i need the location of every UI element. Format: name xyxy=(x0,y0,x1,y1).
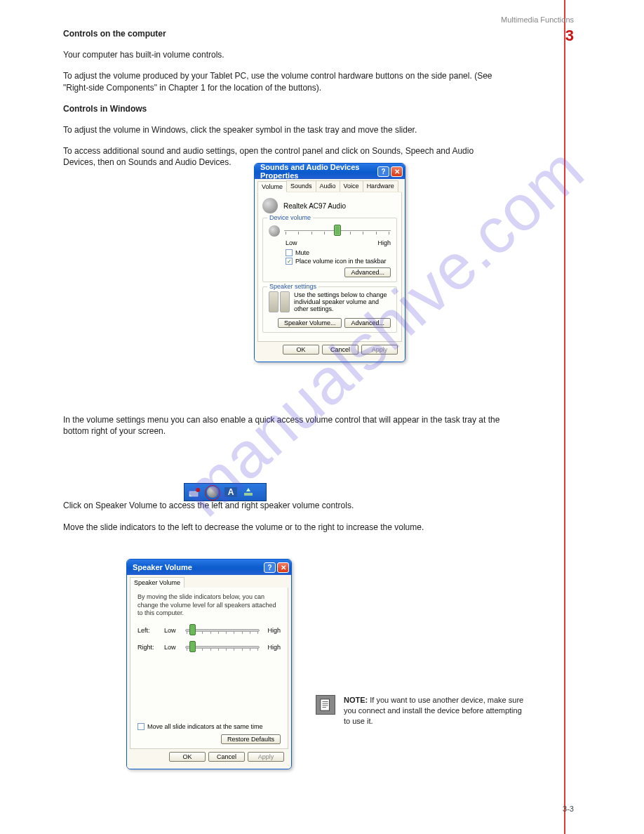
controls-in-windows-heading: Controls in Windows xyxy=(63,103,505,114)
tab-volume[interactable]: Volume xyxy=(257,181,287,192)
speaker-volume-button[interactable]: Speaker Volume... xyxy=(278,318,342,328)
right-slider[interactable] xyxy=(185,642,260,653)
dialog2-title: Speaker Volume xyxy=(133,563,192,571)
section-heading: Multimedia Functions xyxy=(501,15,574,24)
svg-rect-3 xyxy=(321,699,330,710)
volume-slider[interactable] xyxy=(284,226,391,236)
move-all-label: Move all slide indicators at the same ti… xyxy=(147,723,263,730)
svg-point-1 xyxy=(196,488,200,492)
section-number: 3 xyxy=(565,27,574,45)
tab-sounds[interactable]: Sounds xyxy=(286,180,316,192)
ok-button-2[interactable]: OK xyxy=(169,752,206,762)
apply-button[interactable]: Apply xyxy=(361,345,398,355)
high-label-right: High xyxy=(260,644,281,651)
cancel-button[interactable]: Cancel xyxy=(322,345,358,355)
speaker-settings-text: Use the settings below to change individ… xyxy=(294,291,391,312)
spk-vol-instr1: Click on Speaker Volume to access the le… xyxy=(63,500,512,511)
device-row: Realtek AC97 Audio xyxy=(262,198,397,213)
windows-instr: To adjust the volume in Windows, click t… xyxy=(63,124,505,135)
system-tray: A xyxy=(184,483,267,501)
speaker-small-icon xyxy=(269,225,280,237)
tray-paragraph-block: In the volume settings menu you can also… xyxy=(63,414,512,533)
tab-audio[interactable]: Audio xyxy=(316,180,340,192)
speaker-settings-group: Speaker settings Use the settings below … xyxy=(262,286,397,333)
high-label-left: High xyxy=(260,627,281,634)
speakers-graphic-icon xyxy=(269,291,290,315)
apply-button-2[interactable]: Apply xyxy=(248,752,284,762)
note-label: NOTE: xyxy=(344,696,368,704)
close-button-2[interactable]: ✕ xyxy=(277,562,289,573)
tab-row: Volume Sounds Audio Voice Hardware xyxy=(257,180,402,192)
mute-checkbox[interactable] xyxy=(286,249,293,256)
d2-description: By moving the slide indicators below, yo… xyxy=(137,593,281,618)
page-number: 3-3 xyxy=(563,805,574,813)
low-label-left: Low xyxy=(164,627,185,634)
high-label: High xyxy=(377,239,391,246)
left-label: Left: xyxy=(137,627,164,634)
titlebar-buttons: ? ✕ xyxy=(377,166,403,177)
move-all-checkbox[interactable] xyxy=(137,723,145,730)
low-label: Low xyxy=(286,239,297,246)
ok-button[interactable]: OK xyxy=(283,345,319,355)
speaker-volume-tab[interactable]: Speaker Volume xyxy=(130,577,185,588)
speaker-settings-legend: Speaker settings xyxy=(267,283,318,290)
dialog1-title: Sounds and Audio Devices Properties xyxy=(260,163,377,180)
sounds-audio-dialog: Sounds and Audio Devices Properties ? ✕ … xyxy=(254,163,405,362)
tray-instr: In the volume settings menu you can also… xyxy=(63,414,512,437)
help-button[interactable]: ? xyxy=(377,166,389,177)
device-volume-group: Device volume Low High Mute xyxy=(262,218,397,282)
intro-instr: To adjust the volume produced by your Ta… xyxy=(63,70,505,93)
device-volume-legend: Device volume xyxy=(267,214,313,221)
safely-remove-icon[interactable] xyxy=(241,485,257,499)
close-button[interactable]: ✕ xyxy=(391,166,403,177)
titlebar[interactable]: Sounds and Audio Devices Properties ? ✕ xyxy=(255,164,405,179)
note-icon xyxy=(316,695,335,715)
device-name: Realtek AC97 Audio xyxy=(283,202,346,210)
mute-label: Mute xyxy=(295,249,309,256)
page-content: Controls on the computer Your computer h… xyxy=(0,0,644,168)
intro-text: Your computer has built-in volume contro… xyxy=(63,49,505,60)
advanced-button-2[interactable]: Advanced... xyxy=(344,318,391,328)
advanced-button-1[interactable]: Advanced... xyxy=(344,267,391,277)
titlebar2-buttons: ? ✕ xyxy=(264,562,289,573)
svg-rect-0 xyxy=(189,491,198,496)
speaker-volume-dialog: Speaker Volume ? ✕ Speaker Volume By mov… xyxy=(126,559,292,769)
right-label: Right: xyxy=(137,644,164,651)
taskbar-label: Place volume icon in the taskbar xyxy=(295,258,387,265)
help-button-2[interactable]: ? xyxy=(264,562,276,573)
taskbar-checkbox[interactable]: ✓ xyxy=(286,258,293,265)
volume-tray-icon[interactable] xyxy=(205,485,220,499)
low-label-right: Low xyxy=(164,644,185,651)
network-icon[interactable] xyxy=(187,485,202,499)
speaker-icon xyxy=(262,198,278,213)
svg-rect-2 xyxy=(244,493,253,496)
spk-vol-instr2: Move the slide indicators to the left to… xyxy=(63,522,512,533)
titlebar2[interactable]: Speaker Volume ? ✕ xyxy=(127,560,291,575)
note-text: If you want to use another device, make … xyxy=(344,696,523,725)
tab-voice[interactable]: Voice xyxy=(340,180,363,192)
subheading: Controls on the computer xyxy=(63,28,505,39)
cancel-button-2[interactable]: Cancel xyxy=(208,752,245,762)
restore-defaults-button[interactable]: Restore Defaults xyxy=(221,734,281,744)
tab-hardware[interactable]: Hardware xyxy=(363,180,398,192)
left-slider[interactable] xyxy=(185,625,260,636)
note-block: NOTE: If you want to use another device,… xyxy=(344,695,526,727)
language-indicator-icon[interactable]: A xyxy=(223,485,239,499)
